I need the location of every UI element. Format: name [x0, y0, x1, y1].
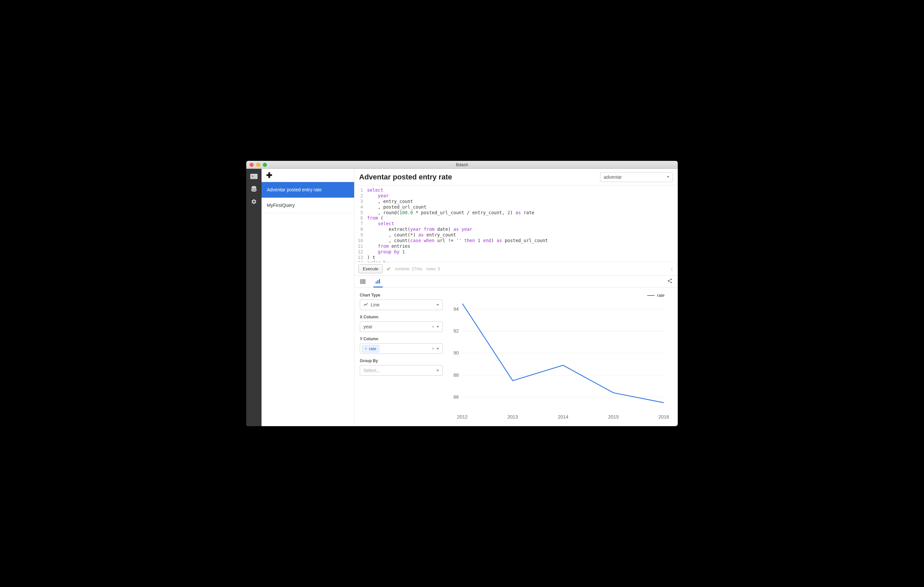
svg-point-13 [670, 279, 672, 280]
line-chart[interactable]: 868890929420122013201420152016 [444, 291, 671, 423]
svg-rect-10 [376, 281, 377, 284]
svg-rect-11 [377, 280, 378, 284]
caret-down-icon [436, 348, 439, 350]
group-by-label: Group By [360, 358, 439, 363]
svg-line-17 [669, 280, 671, 281]
share-icon [667, 278, 672, 284]
traffic-lights [249, 163, 267, 167]
svg-text:88: 88 [454, 372, 459, 378]
rows-text: rows: 5 [426, 266, 440, 271]
chart-canvas: rate 868890929420122013201420152016 [444, 288, 678, 426]
chart-controls: Chart Type Line X Column year [355, 288, 444, 426]
x-column-select[interactable]: year × [360, 321, 443, 332]
chart-legend: rate [647, 293, 665, 298]
svg-rect-5 [360, 280, 365, 284]
query-list-item[interactable]: Adventar posted entry rate [262, 182, 354, 198]
svg-text:>_: >_ [252, 174, 256, 178]
clear-y-icon[interactable]: × [432, 346, 434, 351]
iconbar: >_ [246, 169, 262, 426]
check-icon: ✔ [387, 266, 391, 272]
x-column-control: X Column year × [360, 315, 439, 332]
terminal-icon[interactable]: >_ [250, 173, 258, 179]
editor-code[interactable]: select year , entry_count , posted_url_c… [365, 187, 678, 262]
bar-chart-icon [375, 279, 381, 284]
x-column-label: X Column [360, 315, 439, 319]
svg-text:90: 90 [454, 350, 459, 355]
svg-point-15 [670, 281, 672, 283]
query-list-item-label: Adventar posted entry rate [267, 187, 322, 192]
caret-down-icon [667, 176, 670, 178]
query-list-header: ✚ [262, 169, 354, 182]
remove-tag-icon[interactable]: × [365, 347, 367, 350]
table-icon [360, 279, 365, 284]
query-list-item-label: MyFirstQuery [267, 202, 295, 208]
app-window: Bdash >_ ✚ Adventar posted entry rate My… [246, 161, 678, 426]
caret-down-icon [436, 326, 439, 328]
query-title[interactable]: Adventar posted entry rate [359, 173, 452, 181]
svg-text:2016: 2016 [658, 414, 669, 419]
group-by-select[interactable]: Select... [360, 365, 443, 376]
execute-bar: Execute ✔ runtime: 27ms rows: 5 ↕ [355, 262, 678, 276]
titlebar: Bdash [246, 161, 678, 169]
query-list-panel: ✚ Adventar posted entry rate MyFirstQuer… [262, 169, 355, 426]
line-gutter: 1234567891011121314 [355, 187, 365, 262]
main-header: Adventar posted entry rate adventar [355, 169, 678, 186]
caret-down-icon [436, 304, 439, 306]
database-icon[interactable] [250, 186, 258, 192]
main-panel: Adventar posted entry rate adventar 1234… [355, 169, 678, 426]
execute-button[interactable]: Execute [358, 264, 383, 273]
svg-text:2013: 2013 [507, 414, 518, 419]
datasource-select[interactable]: adventar [600, 172, 673, 182]
chart-type-select[interactable]: Line [360, 299, 443, 310]
zoom-window-button[interactable] [263, 163, 267, 167]
resize-handle-icon[interactable]: ↕ [670, 266, 673, 272]
runtime-text: runtime: 27ms [395, 266, 422, 271]
share-button[interactable] [667, 278, 672, 285]
legend-swatch [647, 295, 655, 296]
y-column-label: Y Column [360, 337, 439, 341]
svg-text:86: 86 [454, 394, 459, 400]
line-chart-icon [363, 303, 368, 307]
minimize-window-button[interactable] [256, 163, 260, 167]
svg-line-16 [669, 281, 671, 282]
svg-text:2012: 2012 [457, 414, 468, 419]
result-tabs [355, 276, 678, 288]
gear-icon[interactable] [250, 199, 258, 205]
add-query-button[interactable]: ✚ [266, 172, 272, 179]
svg-text:2014: 2014 [558, 414, 569, 419]
svg-point-14 [668, 280, 669, 281]
y-column-tag-label: rate [369, 346, 376, 351]
y-column-control: Y Column × rate × [360, 337, 439, 354]
chart-type-label: Chart Type [360, 293, 439, 298]
close-window-button[interactable] [249, 163, 254, 167]
chart-type-value: Line [371, 302, 380, 307]
group-by-placeholder: Select... [363, 368, 380, 373]
chart-type-control: Chart Type Line [360, 293, 439, 310]
sql-editor[interactable]: 1234567891011121314 select year , entry_… [355, 186, 678, 262]
y-column-select[interactable]: × rate × [360, 343, 443, 354]
x-column-value: year [363, 324, 372, 329]
datasource-value: adventar [604, 174, 622, 180]
group-by-control: Group By Select... [360, 358, 439, 376]
svg-point-4 [252, 186, 256, 188]
chart-area: Chart Type Line X Column year [355, 288, 678, 426]
tab-chart[interactable] [375, 276, 381, 287]
clear-x-icon[interactable]: × [432, 324, 434, 329]
svg-text:92: 92 [454, 328, 459, 334]
caret-down-icon [436, 370, 439, 372]
legend-label: rate [657, 293, 665, 298]
svg-text:94: 94 [454, 306, 459, 312]
window-title: Bdash [456, 162, 468, 167]
query-list-item[interactable]: MyFirstQuery [262, 198, 354, 213]
y-column-tag: × rate [362, 345, 380, 352]
svg-text:2015: 2015 [608, 414, 619, 419]
svg-rect-12 [379, 279, 380, 284]
tab-table[interactable] [360, 276, 366, 287]
